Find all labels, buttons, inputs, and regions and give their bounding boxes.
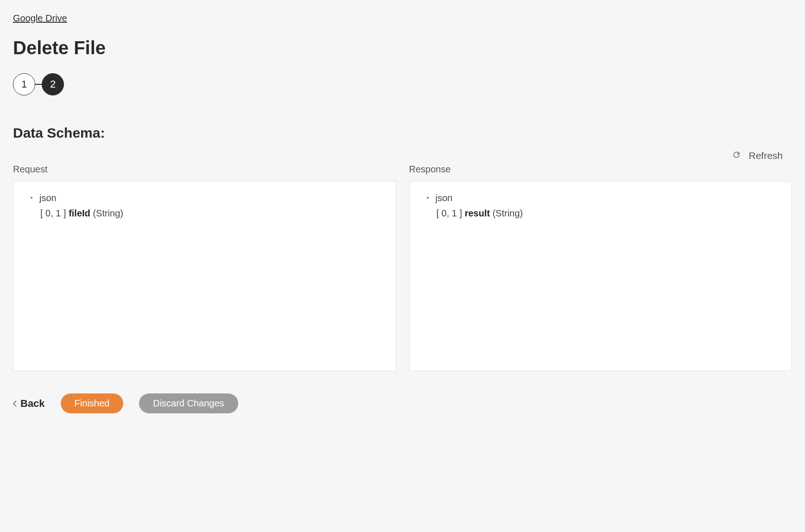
finished-button[interactable]: Finished (61, 393, 124, 413)
response-root-row[interactable]: json (425, 193, 777, 203)
response-field-name: result (465, 208, 490, 218)
request-root-label: json (39, 193, 57, 203)
breadcrumb-link[interactable]: Google Drive (13, 13, 67, 24)
step-2[interactable]: 2 (42, 73, 64, 95)
discard-changes-button[interactable]: Discard Changes (139, 393, 238, 413)
request-label: Request (13, 164, 396, 175)
request-field-cardinality: [ 0, 1 ] (40, 208, 66, 218)
stepper: 1 2 (13, 73, 792, 95)
refresh-icon[interactable] (732, 150, 741, 161)
section-title: Data Schema: (13, 125, 792, 141)
response-label: Response (409, 164, 792, 175)
refresh-button[interactable]: Refresh (748, 150, 783, 161)
chevron-down-icon (425, 193, 431, 203)
request-field-type: (String) (93, 208, 123, 218)
back-button[interactable]: Back (13, 398, 45, 410)
chevron-left-icon (13, 398, 17, 410)
page-title: Delete File (13, 38, 792, 58)
response-field-row: [ 0, 1 ] result (String) (425, 208, 777, 219)
response-field-type: (String) (493, 208, 523, 218)
response-schema-box: json [ 0, 1 ] result (String) (409, 181, 792, 371)
request-field-row: [ 0, 1 ] fileId (String) (28, 208, 381, 219)
chevron-down-icon (28, 193, 35, 203)
request-root-row[interactable]: json (28, 193, 381, 203)
request-schema-box: json [ 0, 1 ] fileId (String) (13, 181, 396, 371)
back-label: Back (20, 398, 45, 410)
step-1[interactable]: 1 (13, 73, 35, 95)
response-field-cardinality: [ 0, 1 ] (437, 208, 463, 218)
response-root-label: json (436, 193, 453, 203)
request-field-name: fileId (69, 208, 90, 218)
step-connector (35, 84, 42, 85)
